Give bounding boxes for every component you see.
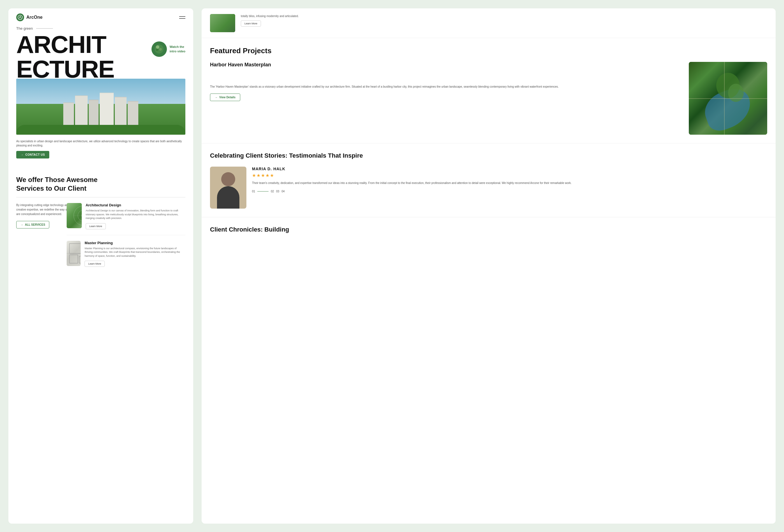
right-panel: totally bliss, infusing modernity and ar… [202, 8, 776, 524]
testimonial-stars: ★★★★★ [252, 173, 767, 178]
testimonial-name: MARIA D. HALK [252, 167, 767, 171]
menu-icon[interactable] [179, 16, 185, 19]
testimonial-pagination: 01 02 03 04 [252, 190, 767, 193]
testimonials-section: Celebrating Client Stories: Testimonials… [202, 143, 776, 217]
svg-point-4 [156, 49, 158, 51]
video-text: Watch the intro video [170, 45, 185, 54]
service-card-architectural: Architectural Design Architectural Desig… [67, 203, 185, 235]
service-image-aerial [67, 203, 82, 228]
project-info: Harbor Haven Masterplan The 'Harbor Have… [210, 62, 683, 101]
services-section: We offer Those Awesome Services to Our C… [8, 164, 193, 289]
pagination-item-3[interactable]: 03 [276, 190, 279, 193]
services-left: By integrating cutting edge technology a… [16, 203, 61, 278]
hero-tag: The green [16, 26, 185, 30]
project-card: Harbor Haven Masterplan The 'Harbor Have… [210, 62, 767, 135]
pagination-current: 01 [252, 190, 255, 193]
pagination-item-2[interactable]: 02 [271, 190, 274, 193]
svg-point-1 [155, 45, 164, 54]
top-snippet: totally bliss, infusing modernity and ar… [202, 8, 776, 38]
view-details-button[interactable]: → View Details [210, 93, 240, 101]
all-services-button[interactable]: → ALL SERVICES [16, 221, 49, 228]
service-info-architectural: Architectural Design Architectural Desig… [86, 203, 185, 229]
project-image [689, 62, 767, 135]
svg-rect-10 [69, 244, 81, 253]
testimonial-avatar [210, 167, 246, 208]
header: ArcOne [8, 8, 193, 26]
service-learn-more-1[interactable]: Learn More [86, 223, 106, 229]
video-circle[interactable] [151, 41, 167, 57]
hero-image-container: As specialists in urban design and lands… [16, 79, 185, 159]
services-right: Architectural Design Architectural Desig… [67, 203, 185, 278]
svg-rect-12 [69, 255, 78, 263]
avatar-body [217, 186, 240, 208]
project-description: The 'Harbor Haven Masterplan' stands as … [210, 85, 683, 89]
testimonial-text: Their team's creativity, dedication, and… [252, 181, 767, 185]
hero-title-line2-black: ECTURE [16, 57, 114, 82]
service-image-plan [67, 241, 81, 266]
featured-projects-title: Featured Projects [210, 47, 767, 55]
snippet-content: totally bliss, infusing modernity and ar… [241, 14, 767, 27]
service-info-planning: Master Planning Master Planning is our a… [85, 241, 185, 267]
featured-projects-section: Featured Projects Harbor Haven Masterpla… [202, 38, 776, 143]
left-panel: ArcOne The green ARCHIT Watc [8, 8, 193, 524]
service-title-2: Master Planning [85, 241, 185, 245]
contact-button[interactable]: → CONTACT US [16, 151, 49, 159]
service-desc-2: Master Planning is our architectural com… [85, 247, 185, 258]
svg-point-3 [159, 48, 162, 51]
chronicles-title: Client Chronicles: Building [210, 226, 767, 234]
services-layout: By integrating cutting edge technology a… [16, 203, 185, 278]
avatar-head [221, 172, 235, 186]
hero-title-line1: ARCHIT [16, 32, 106, 57]
testimonial-content: MARIA D. HALK ★★★★★ Their team's creativ… [252, 167, 767, 193]
snippet-learn-more[interactable]: Learn More [241, 21, 261, 27]
brand-name: ArcOne [26, 15, 43, 20]
watch-video[interactable]: Watch the intro video [151, 41, 185, 57]
client-chronicles-section: Client Chronicles: Building [202, 217, 776, 242]
service-card-planning: Master Planning Master Planning is our a… [67, 241, 185, 273]
pagination-line [257, 191, 269, 192]
snippet-image [210, 14, 235, 32]
hero-description: As specialists in urban design and lands… [16, 139, 185, 147]
hero-image [16, 79, 185, 135]
svg-point-2 [156, 45, 159, 49]
services-title: We offer Those Awesome Services to Our C… [16, 175, 185, 193]
logo: ArcOne [16, 13, 43, 21]
service-learn-more-2[interactable]: Learn More [85, 261, 105, 267]
svg-rect-13 [79, 256, 81, 263]
service-title-1: Architectural Design [86, 203, 185, 207]
project-name: Harbor Haven Masterplan [210, 62, 683, 68]
hero-desc-area: As specialists in urban design and lands… [16, 135, 185, 159]
pagination-item-4[interactable]: 04 [281, 190, 284, 193]
logo-icon [16, 13, 24, 21]
testimonial-card: MARIA D. HALK ★★★★★ Their team's creativ… [210, 167, 767, 208]
hero-section: The green ARCHIT Watch the intro video [8, 26, 193, 164]
service-desc-1: Architectural Design is our canvas of in… [86, 209, 185, 220]
services-intro-text: By integrating cutting edge technology a… [16, 203, 75, 217]
services-divider [16, 197, 185, 197]
testimonials-title: Celebrating Client Stories: Testimonials… [210, 152, 767, 160]
snippet-text: totally bliss, infusing modernity and ar… [241, 14, 767, 18]
